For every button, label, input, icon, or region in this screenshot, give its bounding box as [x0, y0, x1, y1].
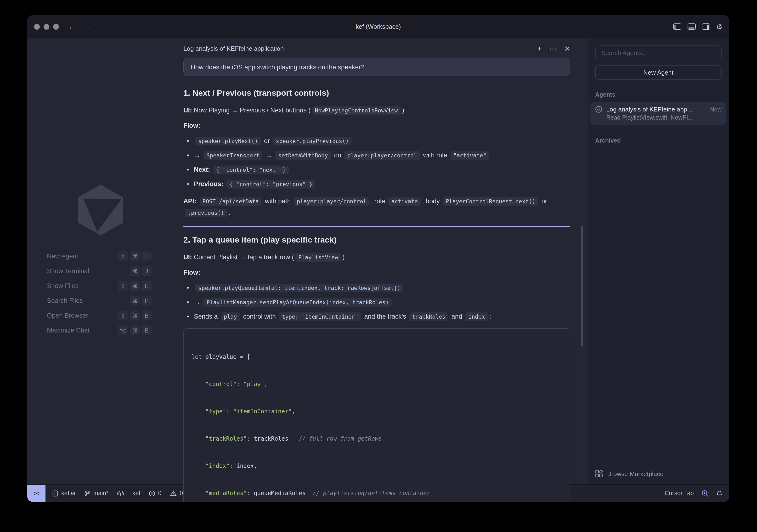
bold-text: API: — [183, 198, 196, 205]
browse-marketplace-button[interactable]: Browse Marketplace — [595, 470, 722, 477]
chat-header-actions: + ⋯ ✕ — [537, 45, 570, 52]
search-agents-input[interactable] — [595, 45, 722, 60]
archived-section-label: Archived — [595, 137, 722, 144]
code-line: "trackRoles": trackRoles, // full row fr… — [192, 434, 562, 443]
inline-code: index — [466, 312, 488, 321]
marketplace-label: Browse Marketplace — [607, 470, 664, 477]
sidebar-spacer — [595, 144, 722, 470]
menu-label: Show Files — [47, 282, 78, 290]
new-agent-button[interactable]: New Agent — [595, 65, 722, 80]
cloud-upload-icon — [117, 490, 124, 496]
menu-item-search-files[interactable]: Search Files ⌘P — [47, 296, 152, 306]
inline-code: PlayerControlRequest.next() — [443, 197, 538, 206]
code-token: : — [247, 435, 254, 442]
inline-code: speaker.playNext() — [196, 137, 261, 146]
menu-item-open-browser[interactable]: Open Browser ⇧⌘B — [47, 311, 152, 321]
titlebar-actions: ⚙ — [673, 23, 722, 30]
key-badge: ⇧ — [118, 311, 128, 321]
inline-code: trackRoles — [409, 312, 448, 321]
shortcut-keys: ⇧⌘B — [118, 311, 152, 321]
git-branch-indicator[interactable]: main* — [84, 490, 108, 497]
inline-code: play — [221, 312, 240, 321]
code-token: : — [236, 381, 243, 387]
bold-text: UI: — [183, 254, 192, 261]
code-token: : — [229, 462, 236, 469]
key-badge: ⌥ — [118, 325, 128, 335]
menu-item-show-terminal[interactable]: Show Terminal ⌘J — [47, 266, 152, 276]
workspace-indicator[interactable]: keflar — [52, 490, 76, 497]
cursor-tab-toggle[interactable]: Cursor Tab — [665, 490, 694, 497]
bullet-item: Sends a play control with type: "itemInC… — [183, 312, 570, 322]
warning-count-value: 0 — [180, 490, 183, 497]
menu-item-show-files[interactable]: Show Files ⇧⌘E — [47, 281, 152, 291]
key-badge: J — [142, 266, 152, 276]
bullet-item: speaker.playQueueItem(at: item.index, tr… — [183, 283, 570, 293]
agent-title: Log analysis of KEFfeine app... — [606, 106, 706, 113]
new-chat-icon[interactable]: + — [537, 45, 542, 52]
code-block: let playValue = [ "control": "play", "ty… — [183, 328, 570, 502]
code-token: [ — [243, 353, 251, 360]
toggle-right-panel-icon[interactable] — [702, 23, 710, 30]
toggle-left-panel-icon[interactable] — [673, 23, 681, 30]
error-count[interactable]: 0 — [149, 490, 161, 497]
menu-label: New Agent — [47, 253, 78, 260]
chat-scrollbar[interactable] — [581, 226, 583, 346]
shortcut-keys: ⌘P — [130, 296, 152, 306]
more-options-icon[interactable]: ⋯ — [549, 45, 557, 52]
inline-code: "activate" — [450, 151, 489, 160]
menu-item-maximize-chat[interactable]: Maximize Chat ⌥⌘E — [47, 325, 152, 335]
error-circle-icon — [149, 490, 155, 496]
code-token: : — [247, 490, 254, 497]
code-line: "type": "itemInContainer", — [192, 407, 562, 416]
gear-icon[interactable]: ⚙ — [716, 23, 722, 30]
code-token: "type" — [205, 408, 226, 415]
section-heading-1: 1. Next / Previous (transport controls) — [183, 89, 570, 98]
bold-text: Next: — [194, 166, 210, 173]
zoom-in-icon[interactable] — [702, 490, 709, 497]
key-badge: ⇧ — [118, 281, 128, 291]
key-badge: B — [142, 311, 152, 321]
menu-label: Search Files — [47, 297, 83, 304]
agent-time: Now — [710, 106, 722, 113]
agent-list-item[interactable]: Log analysis of KEFfeine app... Now Read… — [590, 102, 726, 125]
inline-code: player:player/control — [294, 197, 369, 206]
code-token — [192, 381, 205, 387]
inline-code: .previous() — [185, 209, 227, 217]
key-badge: ⌘ — [130, 325, 140, 335]
bell-icon[interactable] — [716, 490, 722, 497]
user-message: How does the iOS app switch playing trac… — [183, 58, 570, 76]
toggle-bottom-panel-icon[interactable] — [687, 23, 695, 30]
sidebar-menu: New Agent ⇧⌘L Show Terminal ⌘J Show File… — [47, 251, 152, 340]
inline-code: setDataWithBody — [275, 151, 331, 160]
app-window: ← → kef (Workspace) ⚙ — [27, 15, 729, 502]
code-token: "index" — [205, 462, 229, 469]
titlebar: ← → kef (Workspace) ⚙ — [27, 15, 729, 38]
code-token: , — [264, 381, 268, 387]
code-line: "control": "play", — [192, 380, 562, 389]
code-token: "play" — [243, 381, 264, 387]
section1-bullets: speaker.playNext() or speaker.playPrevio… — [183, 136, 570, 189]
code-token — [192, 408, 205, 415]
code-token — [192, 435, 205, 442]
shortcut-keys: ⇧⌘E — [118, 281, 152, 291]
code-line: let playValue = [ — [192, 352, 562, 362]
remote-indicator-button[interactable]: >< — [27, 485, 45, 502]
section1-api-line: API: POST /api/setData with path player:… — [183, 196, 570, 219]
code-token: "trackRoles" — [205, 435, 247, 442]
notebook-icon — [52, 490, 58, 496]
project-indicator[interactable]: kef — [133, 490, 140, 497]
inline-code: { "control": "next" } — [213, 166, 289, 174]
code-token: // playlists:pq/getitems container — [306, 490, 430, 497]
flow-label: Flow: — [183, 122, 200, 129]
code-token: let — [192, 353, 202, 360]
cursor-cube-logo — [78, 185, 123, 237]
section1-ui-line: UI: Now Playing → Previous / Next button… — [183, 106, 570, 115]
close-chat-icon[interactable]: ✕ — [564, 45, 570, 52]
branch-icon — [84, 490, 90, 496]
sync-changes-button[interactable] — [117, 490, 124, 496]
inline-code: SpeakerTransport — [204, 151, 263, 160]
warning-count[interactable]: 0 — [170, 490, 183, 497]
bullet-item: speaker.playNext() or speaker.playPrevio… — [183, 136, 570, 146]
menu-item-new-agent[interactable]: New Agent ⇧⌘L — [47, 251, 152, 261]
key-badge: ⌘ — [130, 266, 140, 276]
